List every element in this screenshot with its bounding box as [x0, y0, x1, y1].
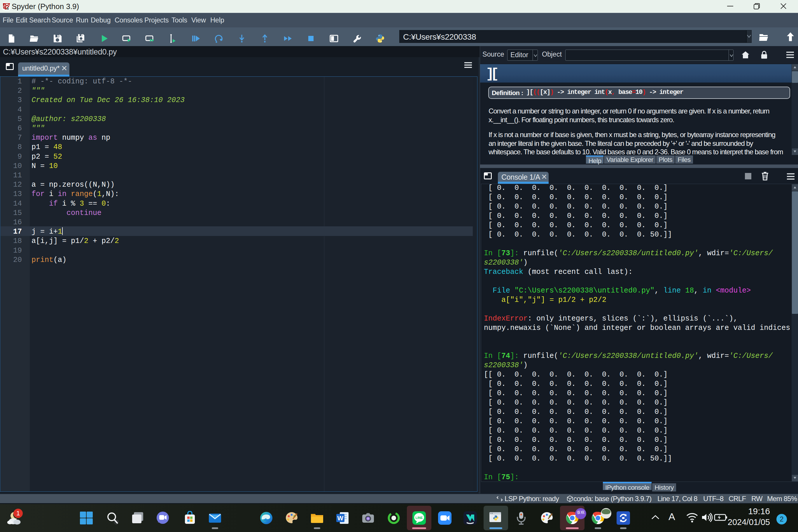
svg-text:s: s	[6, 5, 9, 11]
svg-text:LINE: LINE	[415, 516, 423, 519]
svg-text:W: W	[338, 514, 344, 522]
